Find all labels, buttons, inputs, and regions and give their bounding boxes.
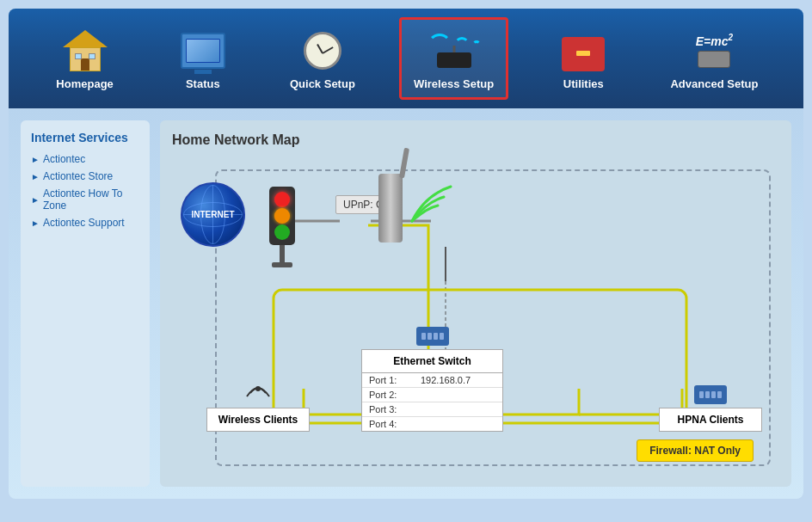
sidebar-title: Internet Services xyxy=(31,131,139,144)
wireless-setup-label: Wireless Setup xyxy=(414,77,494,90)
arrow-icon: ► xyxy=(31,155,40,164)
ethernet-switch-panel: Ethernet Switch Port 1: 192.168.0.7 Port… xyxy=(361,327,503,432)
ethernet-icon-above xyxy=(361,327,503,346)
port-row-3: Port 3: xyxy=(362,402,502,417)
switch-port xyxy=(717,391,722,398)
hpna-clients-label: HPNA Clients xyxy=(659,408,762,432)
internet-globe: INTERNET xyxy=(181,182,249,251)
tl-red xyxy=(274,192,290,207)
sidebar-link-label: Actiontec Store xyxy=(43,170,113,182)
switch-port xyxy=(421,333,426,340)
sidebar-link-how-to[interactable]: ► Actiontec How To Zone xyxy=(31,187,139,212)
status-label: Status xyxy=(186,77,220,90)
quick-setup-icon xyxy=(297,27,348,74)
traffic-light xyxy=(267,187,298,267)
arrow-icon: ► xyxy=(31,195,40,205)
wireless-setup-icon xyxy=(428,27,480,74)
ethernet-ports-table: Port 1: 192.168.0.7 Port 2: Port 3: Port… xyxy=(361,373,503,432)
network-switch-icon xyxy=(416,327,449,346)
switch-port xyxy=(699,391,704,398)
wireless-clients-panel: Wireless Clients xyxy=(206,374,310,432)
firewall-badge: Firewall: NAT Only xyxy=(637,439,754,462)
main-content: Internet Services ► Actiontec ► Actionte… xyxy=(9,108,803,499)
utilities-label: Utilities xyxy=(563,77,604,90)
status-icon xyxy=(177,27,229,74)
switch-port xyxy=(440,333,444,340)
quick-setup-label: Quick Setup xyxy=(290,77,355,90)
ethernet-switch-label: Ethernet Switch xyxy=(361,349,503,373)
switch-port xyxy=(711,391,716,398)
tl-base xyxy=(272,262,292,267)
utilities-icon xyxy=(557,27,609,74)
nav-homepage[interactable]: Homepage xyxy=(42,20,128,97)
homepage-label: Homepage xyxy=(56,77,113,90)
advanced-setup-icon: E=mc2 xyxy=(688,27,740,74)
wifi-arcs-svg xyxy=(408,178,455,230)
tl-post xyxy=(280,245,285,262)
nav-status[interactable]: Status xyxy=(160,20,246,97)
advanced-setup-label: Advanced Setup xyxy=(670,77,758,90)
network-map-panel: Home Network Map xyxy=(160,120,791,487)
router-device xyxy=(378,174,455,243)
switch-port xyxy=(705,391,710,398)
port-3-label: Port 3: xyxy=(369,404,403,415)
network-diagram: UPnP: ON INTERNET xyxy=(172,157,779,475)
nav-advanced-setup[interactable]: E=mc2 Advanced Setup xyxy=(658,20,770,97)
port-1-value: 192.168.0.7 xyxy=(421,375,471,385)
port-1-label: Port 1: xyxy=(369,375,403,385)
main-header: Homepage Status Quick Setup xyxy=(9,9,803,108)
nav-wireless-setup[interactable]: Wireless Setup xyxy=(399,17,508,100)
switch-port xyxy=(434,333,438,340)
port-2-label: Port 2: xyxy=(369,390,403,400)
sidebar-link-actiontec[interactable]: ► Actiontec xyxy=(31,153,139,165)
tl-orange xyxy=(274,208,290,224)
switch-port xyxy=(428,333,432,340)
wireless-clients-label: Wireless Clients xyxy=(206,408,310,432)
port-row-1: Port 1: 192.168.0.7 xyxy=(362,373,502,388)
wireless-icon-above xyxy=(206,374,310,404)
port-4-label: Port 4: xyxy=(369,419,403,429)
internet-label: INTERNET xyxy=(192,210,235,219)
sidebar-link-support[interactable]: ► Actiontec Support xyxy=(31,217,139,229)
port-row-2: Port 2: xyxy=(362,388,502,402)
tl-green xyxy=(274,224,290,240)
hpna-icon-above xyxy=(659,385,762,404)
hpna-clients-panel: HPNA Clients xyxy=(659,385,762,432)
sidebar-link-label: Actiontec How To Zone xyxy=(43,187,139,212)
wireless-device-icon xyxy=(243,374,274,404)
arrow-icon: ► xyxy=(31,218,40,228)
sidebar-link-label: Actiontec Support xyxy=(43,217,125,229)
arrow-icon: ► xyxy=(31,172,40,181)
homepage-icon xyxy=(59,27,111,74)
sidebar: Internet Services ► Actiontec ► Actionte… xyxy=(21,120,150,487)
nav-quick-setup[interactable]: Quick Setup xyxy=(278,20,367,97)
sidebar-link-actiontec-store[interactable]: ► Actiontec Store xyxy=(31,170,139,182)
sidebar-link-label: Actiontec xyxy=(43,153,85,165)
nav-utilities[interactable]: Utilities xyxy=(540,20,626,97)
network-map-title: Home Network Map xyxy=(172,132,779,148)
port-row-4: Port 4: xyxy=(362,417,502,431)
hpna-device-icon xyxy=(694,385,727,404)
